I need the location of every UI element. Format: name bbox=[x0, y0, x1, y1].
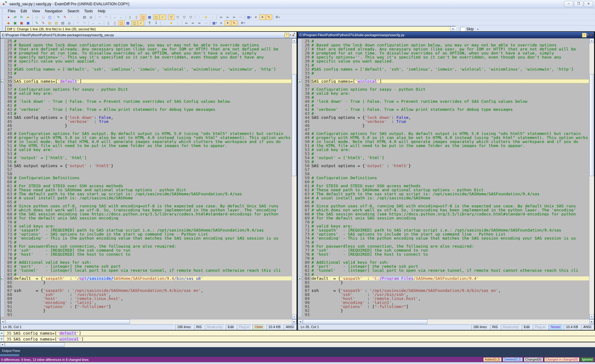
copy-block-second-icon[interactable]: ▤ bbox=[53, 20, 60, 26]
code-line-93[interactable]: 93 bbox=[0, 313, 292, 317]
code-line-91[interactable]: 91 'options' : ["-fullstimer"] bbox=[298, 305, 589, 309]
show-identical-lines-icon[interactable]: ▽ bbox=[181, 15, 187, 20]
code-line-54[interactable]: 54# 'output' = ['html5', 'html'] bbox=[0, 156, 292, 160]
scroll-thumb[interactable] bbox=[589, 74, 594, 176]
print-icon[interactable]: ▤ bbox=[82, 15, 88, 20]
scroll-down-icon[interactable]: ▼ bbox=[589, 314, 594, 319]
code-line-62[interactable]: 62# These need path to SASHome and optio… bbox=[298, 188, 589, 192]
scroll-left-icon[interactable]: ◀ bbox=[298, 319, 302, 324]
code-line-33[interactable]: 33# bbox=[298, 71, 589, 75]
code-line-53[interactable]: 53# bbox=[0, 152, 292, 156]
code-line-40[interactable]: 40# 'lock_down' - True | False. True = P… bbox=[298, 99, 589, 103]
compare-icon[interactable]: ● bbox=[6, 15, 12, 20]
grid-layout-icon[interactable]: ▦ bbox=[125, 20, 131, 26]
code-line-41[interactable]: 41# bbox=[0, 103, 292, 107]
menu-edit[interactable]: Edit bbox=[18, 9, 29, 14]
code-line-73[interactable]: 73# 'options' - SAS options to include i… bbox=[298, 232, 589, 236]
code-line-32[interactable]: 32#SAS_config_names = ['default', 'ssh',… bbox=[298, 67, 589, 71]
code-line-25[interactable]: 25# bbox=[0, 39, 292, 43]
menu-grip[interactable] bbox=[2, 9, 4, 13]
code-line-93[interactable]: 93 bbox=[298, 313, 589, 317]
code-line-66[interactable]: 66# Since python uses utf-8, running SAS… bbox=[0, 204, 292, 208]
code-line-35[interactable]: ◀35SAS_config_names=['winlocal'] bbox=[298, 79, 589, 83]
code-line-82[interactable]: 82# 'tunnel' - [integer] local port to o… bbox=[0, 268, 292, 272]
second-pane-icon[interactable]: ▯ bbox=[112, 20, 118, 26]
code-line-50[interactable]: 50# in local mode. Note that HTML 4.0 wi… bbox=[0, 140, 292, 144]
show-first-file-icon[interactable]: □ bbox=[34, 15, 40, 20]
code-line-89[interactable]: 89 'host' : 'remote.linux.host', bbox=[298, 297, 589, 301]
code-line-57[interactable]: 57 bbox=[0, 168, 292, 172]
code-line-88[interactable]: 88 'ssh' : '/usr/bin/ssh', bbox=[298, 292, 589, 297]
scroll-right-icon[interactable]: ▶ bbox=[589, 319, 594, 324]
code-line-52[interactable]: 52# valid key are: bbox=[0, 148, 292, 152]
prev-diff-icon[interactable]: ← bbox=[118, 15, 125, 20]
code-line-80[interactable]: 80# Additional valid keys for ssh: bbox=[0, 260, 292, 264]
find-icon[interactable]: ∞ bbox=[218, 15, 224, 20]
horizontal-scrollbar-right[interactable]: ◀ ▶ bbox=[298, 319, 594, 324]
next-block-icon[interactable]: ↓ bbox=[209, 15, 216, 20]
statistics-icon[interactable]: ▦▾ bbox=[246, 15, 253, 20]
code-line-81[interactable]: 81# 'port' - [integer] the remote ssh po… bbox=[298, 264, 589, 268]
whole-word-icon[interactable]: AB bbox=[203, 20, 209, 26]
code-line-51[interactable]: 51# the HTML file will need to be put in… bbox=[0, 144, 292, 148]
diffbar-overflow-icon[interactable]: ▾ bbox=[477, 28, 478, 31]
code-line-49[interactable]: 49# properly with HTML 5.0 so it can als… bbox=[0, 136, 292, 140]
menu-view[interactable]: View bbox=[29, 9, 42, 14]
pane-header-left[interactable]: C:\Program Files\Python\Python37\Lib\sit… bbox=[0, 32, 297, 38]
examdiff-logo-icon[interactable]: ● bbox=[292, 33, 294, 37]
code-line-30[interactable]: 30# specific value you want applied. bbox=[298, 59, 589, 63]
code-line-26[interactable]: 26# Based upon the lock_down configurati… bbox=[298, 43, 589, 47]
code-line-57[interactable]: 57 bbox=[298, 168, 589, 172]
undo-icon[interactable]: ↶ bbox=[97, 15, 103, 20]
code-line-88[interactable]: 88 'ssh' : '/usr/bin/ssh', bbox=[0, 292, 292, 297]
scroll-thumb[interactable] bbox=[292, 74, 297, 176]
edit-first-file-icon[interactable]: ✎ bbox=[55, 15, 62, 20]
code-line-61[interactable]: 61# For STDIO and STDIO over SSH access … bbox=[0, 184, 292, 188]
code-line-43[interactable]: 43# bbox=[0, 111, 292, 115]
line-details-icon[interactable]: ≡ bbox=[253, 15, 259, 20]
current-diff-icon[interactable]: ■ bbox=[203, 15, 209, 20]
code-line-92[interactable]: 92 } bbox=[298, 309, 589, 313]
scroll-up-icon[interactable]: ▲ bbox=[589, 38, 594, 43]
file-menu-dropdown-icon[interactable]: ▾ bbox=[290, 34, 291, 36]
code-line-74[interactable]: 74# 'encoding' - This is the python enco… bbox=[298, 236, 589, 240]
code-line-86[interactable]: 86 bbox=[298, 284, 589, 288]
code-line-32[interactable]: 32#SAS_config_names = ['default', 'ssh',… bbox=[0, 67, 292, 71]
code-line-63[interactable]: 63# The default path to the sas start up… bbox=[298, 192, 589, 196]
open-files-icon[interactable]: ▰ bbox=[25, 15, 31, 20]
minimize-button[interactable]: ─ bbox=[564, 1, 573, 7]
hscroll-thumb[interactable] bbox=[5, 319, 130, 324]
recompare-icon[interactable]: ⇄ bbox=[12, 15, 18, 20]
code-line-45[interactable]: 45 'verbose' : True bbox=[298, 119, 589, 124]
code-line-64[interactable]: 64# A usual install path is: /opt/sasins… bbox=[0, 196, 292, 200]
redo-icon[interactable]: ↷ bbox=[103, 15, 109, 20]
code-line-78[interactable]: 78# 'host' - [REQUIRED] the host to conn… bbox=[0, 252, 292, 256]
compare-options-icon[interactable]: ≡ bbox=[218, 20, 224, 26]
code-line-77[interactable]: 77# 'ssh' - [REQUIRED] the ssh command t… bbox=[0, 248, 292, 252]
skip-checkbox[interactable] bbox=[460, 27, 465, 32]
edit-copy-first-icon[interactable]: ✎ bbox=[34, 20, 40, 26]
code-line-37[interactable]: 37# Configuration options for saspy - py… bbox=[298, 87, 589, 91]
code-line-65[interactable]: 65# bbox=[0, 200, 292, 204]
first-pane-icon[interactable]: ▯ bbox=[105, 20, 112, 26]
horizontal-scrollbar-left[interactable]: ◀ ▶ bbox=[0, 319, 297, 324]
close-button[interactable]: ✕ bbox=[584, 1, 593, 7]
menu-search[interactable]: Search bbox=[65, 9, 82, 14]
code-line-77[interactable]: 77# 'ssh' - [REQUIRED] the ssh command t… bbox=[298, 248, 589, 252]
code-line-47[interactable]: 47 bbox=[298, 128, 589, 132]
toolbar-grip-1[interactable] bbox=[2, 15, 4, 20]
pane-second-icon[interactable]: ▯ bbox=[134, 15, 140, 20]
save-first-icon[interactable]: ▣ bbox=[12, 20, 18, 26]
code-line-29[interactable]: 29# specify options=''. This way it's sp… bbox=[0, 55, 292, 59]
code-line-71[interactable]: 71# valid keys are: bbox=[298, 224, 589, 228]
prev-change-icon[interactable]: ↑ bbox=[162, 20, 168, 26]
code-line-42[interactable]: 42# 'verbose' - True | False. True = All… bbox=[0, 107, 292, 111]
show-ignored-lines-icon[interactable]: ▽ bbox=[188, 15, 194, 20]
code-line-89[interactable]: 89 'host' : 'remote.linux.host', bbox=[0, 297, 292, 301]
title-bar[interactable]: ● sascfg_sav.py | sascfg.py - ExamDiff P… bbox=[0, 0, 595, 8]
plugin-manager-icon[interactable]: ✦ bbox=[225, 20, 231, 26]
code-line-38[interactable]: 38# valid key are: bbox=[0, 91, 292, 95]
code-line-28[interactable]: 28# prompted for at run time. To dissall… bbox=[0, 51, 292, 55]
code-line-76[interactable]: 76# For passwordless ssh connection, the… bbox=[0, 244, 292, 248]
edit-mode-icon[interactable]: ✎ bbox=[231, 20, 237, 26]
